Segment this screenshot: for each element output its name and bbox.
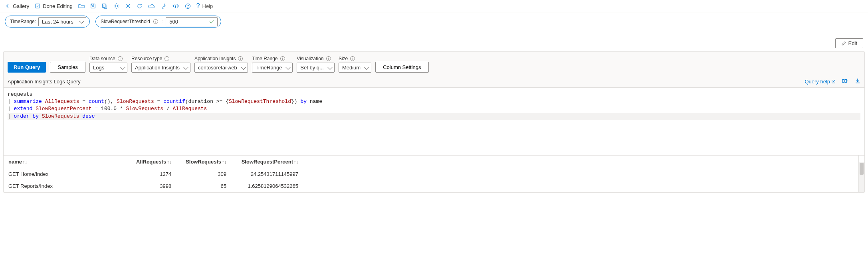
threshold-value: 500 bbox=[169, 19, 178, 25]
external-link-icon bbox=[831, 79, 836, 84]
save-icon bbox=[90, 3, 96, 9]
resource-type-label: Resource typei bbox=[131, 56, 190, 61]
gallery-button[interactable]: Gallery bbox=[5, 3, 29, 9]
code-icon bbox=[172, 3, 179, 9]
sort-icon: ↑↓ bbox=[294, 160, 298, 164]
column-settings-button[interactable]: Column Settings bbox=[375, 62, 428, 73]
info-icon: i bbox=[280, 56, 285, 61]
svg-rect-7 bbox=[842, 79, 844, 82]
time-range-value: Last 24 hours bbox=[42, 19, 73, 25]
threshold-pill[interactable]: SlowRequestThreshold i : 500 bbox=[95, 16, 221, 28]
open-button[interactable] bbox=[78, 3, 85, 9]
info-icon: i bbox=[153, 19, 158, 24]
app-insights-label: Application Insightsi bbox=[194, 56, 248, 61]
query-editor[interactable]: requests | summarize AllRequests = count… bbox=[4, 88, 864, 156]
pencil-icon bbox=[841, 41, 846, 46]
edit-button[interactable]: Edit bbox=[835, 38, 863, 48]
query-title: Application Insights Logs Query bbox=[8, 79, 81, 85]
query-panel: Run Query Samples Data sourcei Logs Reso… bbox=[3, 51, 865, 193]
visualization-dropdown[interactable]: Set by q... bbox=[297, 63, 335, 73]
done-editing-button[interactable]: Done Editing bbox=[35, 3, 72, 9]
scrollbar[interactable] bbox=[858, 156, 864, 192]
table-row[interactable]: GET Home/Index 1274 309 24.2543171114599… bbox=[4, 168, 864, 180]
merge-icon[interactable] bbox=[842, 78, 848, 85]
sort-icon: ↑↓ bbox=[167, 160, 171, 164]
time-range-control-label: Time Rangei bbox=[252, 56, 293, 61]
refresh-icon bbox=[137, 3, 143, 9]
time-range-label: TimeRange: bbox=[10, 19, 36, 24]
close-button[interactable] bbox=[125, 3, 131, 9]
question-icon: ? bbox=[196, 2, 200, 10]
col-slowrequests[interactable]: SlowRequests↑↓ bbox=[181, 156, 236, 168]
pin-icon bbox=[161, 3, 166, 9]
size-dropdown[interactable]: Medium bbox=[339, 63, 371, 73]
help-button[interactable]: ? Help bbox=[196, 2, 213, 10]
info-icon: i bbox=[164, 56, 169, 61]
gallery-label: Gallery bbox=[13, 3, 29, 9]
size-label: Sizei bbox=[339, 56, 371, 61]
svg-point-6 bbox=[188, 5, 188, 6]
threshold-input[interactable]: 500 bbox=[166, 17, 218, 26]
settings-button[interactable] bbox=[113, 3, 120, 9]
code-button[interactable] bbox=[172, 3, 179, 9]
svg-rect-8 bbox=[845, 79, 846, 82]
parameters-bar: TimeRange: Last 24 hours SlowRequestThre… bbox=[0, 12, 868, 51]
info-icon: i bbox=[118, 56, 123, 61]
download-icon[interactable] bbox=[855, 78, 860, 85]
threshold-label: SlowRequestThreshold bbox=[101, 19, 150, 24]
arrow-left-icon bbox=[5, 3, 10, 9]
info-icon: i bbox=[350, 56, 355, 61]
results-grid: name↑↓ AllRequests↑↓ SlowRequests↑↓ Slow… bbox=[4, 156, 864, 192]
refresh-button[interactable] bbox=[137, 3, 143, 9]
save-button[interactable] bbox=[90, 3, 96, 9]
data-source-dropdown[interactable]: Logs bbox=[89, 63, 127, 73]
svg-point-4 bbox=[185, 4, 190, 8]
close-icon bbox=[125, 3, 131, 9]
col-slowrequestpercent[interactable]: SlowRequestPercent↑↓ bbox=[236, 156, 308, 168]
table-row[interactable]: GET Reports/Index 3998 65 1.625812906453… bbox=[4, 180, 864, 192]
edit-label: Edit bbox=[848, 40, 857, 46]
samples-button[interactable]: Samples bbox=[50, 62, 85, 73]
info-icon: i bbox=[326, 56, 331, 61]
feedback-button[interactable] bbox=[185, 3, 191, 9]
sort-icon: ↑↓ bbox=[222, 160, 226, 164]
help-label: Help bbox=[202, 3, 213, 9]
data-source-label: Data sourcei bbox=[89, 56, 127, 61]
sort-icon: ↑↓ bbox=[23, 160, 27, 164]
folder-open-icon bbox=[78, 3, 85, 9]
time-range-pill[interactable]: TimeRange: Last 24 hours bbox=[5, 16, 90, 28]
app-insights-dropdown[interactable]: contosoretailweb bbox=[194, 63, 248, 73]
svg-point-3 bbox=[115, 5, 117, 7]
time-range-control-dropdown[interactable]: TimeRange bbox=[252, 63, 293, 73]
copy-button[interactable] bbox=[101, 3, 108, 9]
visualization-label: Visualizationi bbox=[297, 56, 335, 61]
done-editing-icon bbox=[35, 3, 40, 9]
col-name[interactable]: name↑↓ bbox=[4, 156, 131, 168]
resource-type-dropdown[interactable]: Application Insights bbox=[131, 63, 190, 73]
smiley-icon bbox=[185, 3, 191, 9]
cloud-icon bbox=[148, 3, 155, 9]
gear-icon bbox=[113, 3, 120, 9]
top-toolbar: Gallery Done Editing ? Help bbox=[0, 0, 868, 12]
run-query-button[interactable]: Run Query bbox=[8, 62, 46, 73]
svg-point-5 bbox=[187, 5, 187, 6]
query-help-link[interactable]: Query help bbox=[805, 79, 836, 85]
time-range-dropdown[interactable]: Last 24 hours bbox=[38, 17, 86, 26]
pin-button[interactable] bbox=[161, 3, 166, 9]
col-allrequests[interactable]: AllRequests↑↓ bbox=[131, 156, 181, 168]
cloud-button[interactable] bbox=[148, 3, 155, 9]
query-header: Run Query Samples Data sourcei Logs Reso… bbox=[4, 52, 864, 88]
copy-icon bbox=[101, 3, 108, 9]
info-icon: i bbox=[238, 56, 243, 61]
done-editing-label: Done Editing bbox=[43, 3, 72, 9]
